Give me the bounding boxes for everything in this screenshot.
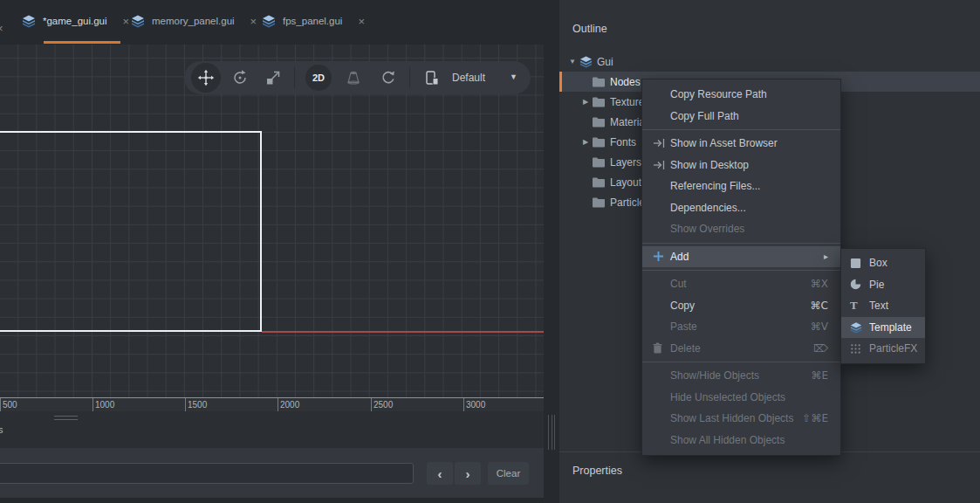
- menu-item-add[interactable]: Add▸: [642, 246, 840, 268]
- folder-icon: [593, 157, 605, 168]
- submenu-item-pie[interactable]: Pie: [841, 274, 925, 296]
- menu-item-label: Dependencies...: [670, 202, 746, 214]
- submenu-item-label: Pie: [869, 279, 884, 291]
- menu-item-show-hide-objects: Show/Hide Objects⌘E: [642, 365, 840, 387]
- submenu-item-particlefx[interactable]: ParticleFX: [841, 338, 925, 360]
- gui-file-icon: [130, 14, 146, 28]
- frustum-icon: [345, 69, 362, 86]
- menu-item-show-in-desktop[interactable]: Show in Desktop: [642, 155, 840, 176]
- device-icon: [423, 69, 441, 86]
- menu-item-copy-resource-path[interactable]: Copy Resource Path: [642, 84, 840, 106]
- menu-item-shortcut: ⌘C: [811, 300, 828, 312]
- menu-divider: [642, 243, 840, 244]
- submenu-arrow-icon: ▸: [824, 252, 828, 261]
- text-icon: T: [850, 299, 858, 313]
- menu-item-label: Copy: [670, 300, 695, 312]
- tab-memory-panel[interactable]: memory_panel.gui ×: [130, 0, 257, 42]
- menu-item-label: Show Overrides: [670, 223, 744, 235]
- close-icon[interactable]: ×: [123, 15, 130, 28]
- next-result-button[interactable]: ›: [455, 462, 481, 485]
- chevron-down-icon[interactable]: ▼: [510, 72, 517, 81]
- template-icon-slot: [850, 321, 869, 334]
- menu-item-delete: Delete⌦: [642, 338, 840, 360]
- refresh-icon: [380, 69, 397, 86]
- close-icon[interactable]: ×: [250, 15, 257, 28]
- expander-collapsed-icon[interactable]: ▶: [580, 138, 591, 146]
- submenu-item-label: Template: [869, 321, 912, 334]
- menu-item-label: Delete: [670, 342, 701, 355]
- clear-button[interactable]: Clear: [488, 462, 529, 485]
- scale-tool-button[interactable]: [264, 68, 283, 87]
- 2d-mode-button[interactable]: 2D: [305, 65, 332, 91]
- reset-camera-button[interactable]: [379, 68, 398, 87]
- menu-item-label: Cut: [670, 278, 687, 290]
- submenu-item-text[interactable]: TText: [841, 295, 925, 317]
- gui-file-icon: [261, 14, 277, 28]
- ruler-tick-label: 2500: [373, 400, 393, 410]
- submenu-item-box[interactable]: Box: [841, 252, 925, 274]
- submenu-item-template[interactable]: Template: [841, 317, 925, 339]
- 2d-mode-label: 2D: [312, 72, 325, 83]
- prev-result-button[interactable]: ‹: [427, 462, 453, 485]
- device-preview-button[interactable]: [422, 68, 442, 87]
- box-icon: [850, 258, 861, 269]
- rotate-tool-button[interactable]: [230, 68, 250, 87]
- ruler-tick-label: 1000: [95, 400, 114, 410]
- ruler-tick: [278, 398, 278, 411]
- folder-icon: [593, 137, 605, 148]
- close-icon[interactable]: ×: [0, 22, 3, 35]
- menu-item-referencing-files[interactable]: Referencing Files...: [642, 176, 840, 197]
- menu-item-label: Show Last Hidden Objects: [670, 412, 793, 424]
- folder-icon-slot: [591, 177, 607, 188]
- menu-item-label: Show/Hide Objects: [670, 369, 759, 382]
- menu-item-label: Paste: [670, 320, 697, 333]
- menu-item-copy-full-path[interactable]: Copy Full Path: [642, 106, 840, 127]
- viewport-toolbar: 2D Default ▼: [184, 61, 531, 94]
- menu-item-shortcut: ⌘X: [811, 278, 828, 290]
- expander-collapsed-icon[interactable]: ▶: [580, 98, 591, 106]
- close-icon[interactable]: ×: [358, 15, 365, 28]
- outline-panel-title: Outline: [572, 23, 607, 35]
- template-icon: [850, 321, 862, 334]
- tab-label: fps_panel.gui: [283, 16, 342, 26]
- menu-item-label: Referencing Files...: [670, 180, 760, 192]
- scene-viewport[interactable]: [0, 45, 544, 397]
- menu-item-shortcut: ⌦: [813, 342, 828, 355]
- x-axis-line: [262, 331, 544, 333]
- menu-item-show-overrides: Show Overrides: [642, 218, 840, 240]
- menu-item-label: Show in Asset Browser: [670, 137, 778, 149]
- panel-splitter[interactable]: [544, 45, 559, 503]
- menu-item-shortcut: ⌘E: [811, 369, 828, 382]
- menu-item-shortcut: ⇧⌘E: [802, 412, 828, 424]
- menu-item-label: Show All Hidden Objects: [670, 434, 785, 446]
- trash-icon-slot: [653, 342, 670, 354]
- menu-item-copy[interactable]: Copy⌘C: [642, 295, 840, 317]
- menu-item-show-in-asset-browser[interactable]: Show in Asset Browser: [642, 133, 840, 155]
- menu-item-label: Add: [670, 251, 689, 263]
- move-tool-button[interactable]: [191, 63, 221, 93]
- console-search-input[interactable]: [0, 463, 414, 484]
- tab-game-gui[interactable]: *game_gui.gui ×: [21, 0, 129, 42]
- scale-icon: [264, 69, 282, 86]
- folder-icon: [593, 117, 605, 127]
- perspective-camera-button[interactable]: [344, 68, 363, 87]
- outline-item-label: Fonts: [610, 136, 636, 148]
- horizontal-scrollbar-handle[interactable]: [54, 416, 78, 420]
- particlefx-icon-slot: [850, 343, 869, 355]
- folder-icon: [593, 177, 605, 188]
- camera-preset-value[interactable]: Default: [452, 72, 485, 84]
- expander-open-icon[interactable]: ▼: [567, 58, 578, 65]
- menu-item-paste: Paste⌘V: [642, 316, 840, 338]
- submenu-item-label: Box: [869, 257, 887, 269]
- plus-icon-slot: [653, 251, 670, 262]
- splitter-drag-handle[interactable]: [548, 415, 555, 450]
- menu-item-dependencies[interactable]: Dependencies...: [642, 197, 840, 219]
- move-icon: [197, 69, 215, 86]
- gui-icon-slot: [578, 55, 593, 68]
- outline-item-gui[interactable]: ▼Gui: [559, 52, 980, 72]
- tab-fps-panel[interactable]: fps_panel.gui ×: [261, 0, 365, 42]
- box-icon-slot: [850, 258, 869, 269]
- properties-panel-title: Properties: [572, 465, 622, 477]
- menu-item-show-all-hidden-objects: Show All Hidden Objects: [642, 430, 840, 451]
- ruler-tick: [93, 398, 93, 411]
